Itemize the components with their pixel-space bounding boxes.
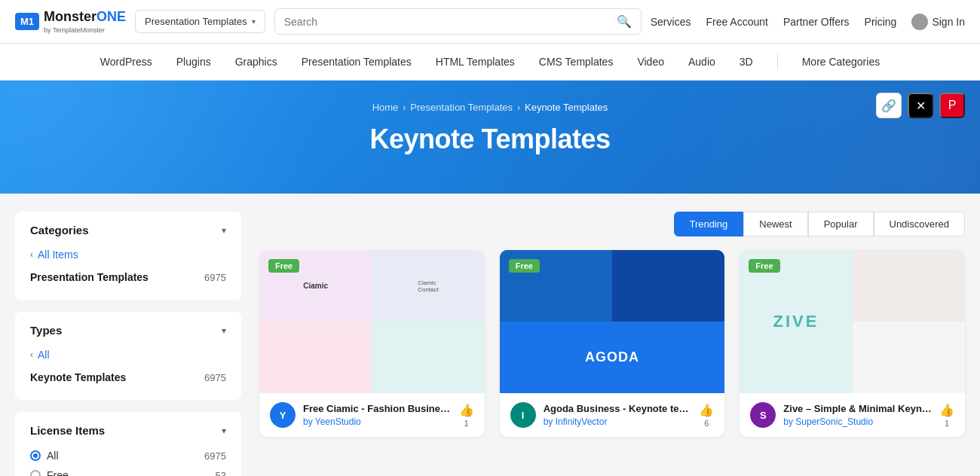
sort-undiscovered-button[interactable]: Undiscovered (874, 212, 966, 236)
like-count-3: 1 (945, 419, 949, 428)
nav-more-categories[interactable]: More Categories (802, 56, 880, 68)
search-input[interactable] (284, 16, 611, 28)
sidebar-item-presentation-templates[interactable]: Presentation Templates 6975 (30, 267, 226, 288)
sort-popular-button[interactable]: Popular (808, 212, 874, 236)
user-icon (911, 14, 928, 30)
share-x-button[interactable]: ✕ (908, 93, 933, 118)
hero-banner: 🔗 ✕ P Home › Presentation Templates › Ke… (0, 81, 980, 194)
card-avatar-2: I (510, 402, 536, 428)
template-card-3[interactable]: ZIVE Free S Zive – Simple & Minimal Keyn… (740, 250, 965, 437)
nav-presentation-templates[interactable]: Presentation Templates (302, 56, 412, 68)
license-free-label: Free (47, 469, 210, 476)
nav-3d[interactable]: 3D (740, 56, 753, 68)
like-icon-1: 👍 (459, 403, 474, 417)
card-like-1: 👍 1 (459, 403, 474, 428)
free-badge-1: Free (268, 259, 299, 273)
free-account-link[interactable]: Free Account (706, 16, 768, 28)
sort-newest-button[interactable]: Newest (743, 212, 807, 236)
breadcrumb-current: Keynote Templates (525, 102, 608, 113)
template-type-dropdown[interactable]: Presentation Templates ▾ (135, 10, 265, 33)
all-items-label: All Items (38, 249, 78, 261)
types-title: Types (30, 324, 62, 337)
categories-header[interactable]: Categories ▾ (30, 224, 226, 236)
license-all-item[interactable]: All 6975 (30, 446, 226, 465)
card-author-1: by YeenStudio (303, 416, 452, 427)
breadcrumb: Home › Presentation Templates › Keynote … (15, 102, 965, 113)
breadcrumb-sep-1: › (403, 102, 406, 113)
partner-offers-link[interactable]: Partner Offers (783, 16, 850, 28)
card-thumbnail-2: AGODA Free (500, 250, 725, 393)
types-header[interactable]: Types ▾ (30, 324, 226, 337)
free-badge-3: Free (749, 259, 779, 273)
sidebar: Categories ▾ ‹ All Items Presentation Te… (15, 212, 241, 476)
card-info-3: S Zive – Simple & Minimal Keynote by Sup… (740, 393, 965, 437)
license-all-count: 6975 (204, 450, 226, 462)
nav-separator (777, 54, 778, 69)
sign-in-link[interactable]: Sign In (911, 14, 965, 30)
sidebar-item-keynote-templates[interactable]: Keynote Templates 6975 (30, 367, 226, 388)
logo: M1 MonsterONE by TemplateMonster (15, 9, 126, 34)
template-card-2[interactable]: AGODA Free I Agoda Business - Keynote te… (500, 250, 725, 437)
card-avatar-3: S (750, 402, 776, 428)
pricing-link[interactable]: Pricing (865, 16, 897, 28)
types-item-count: 6975 (204, 372, 226, 383)
card-meta-2: Agoda Business - Keynote tem... by Infin… (544, 403, 692, 428)
nav-audio[interactable]: Audio (688, 56, 715, 68)
like-icon-3: 👍 (939, 403, 954, 417)
license-chevron-icon: ▾ (222, 426, 226, 436)
template-card-1[interactable]: Ciamic CiamicContact Free Y (259, 250, 485, 437)
nav-cms-templates[interactable]: CMS Templates (539, 56, 614, 68)
card-author-3: by SuperSonic_Studio (783, 416, 932, 427)
breadcrumb-home[interactable]: Home (372, 102, 399, 113)
card-info-2: I Agoda Business - Keynote tem... by Inf… (500, 393, 725, 437)
chevron-down-icon: ▾ (252, 17, 256, 26)
license-header[interactable]: License Items ▾ (30, 424, 226, 437)
breadcrumb-presentation-templates[interactable]: Presentation Templates (410, 102, 513, 113)
template-grid: Ciamic CiamicContact Free Y (259, 250, 965, 437)
license-free-item[interactable]: Free 53 (30, 465, 226, 476)
header-nav: Services Free Account Partner Offers Pri… (651, 14, 965, 30)
nav-graphics[interactable]: Graphics (235, 56, 277, 68)
nav-video[interactable]: Video (637, 56, 664, 68)
free-badge-2: Free (509, 259, 540, 273)
sidebar-item-label: Presentation Templates (30, 271, 149, 283)
like-count-2: 6 (704, 419, 709, 428)
dropdown-label: Presentation Templates (145, 16, 247, 27)
nav-wordpress[interactable]: WordPress (100, 56, 152, 68)
like-count-1: 1 (464, 419, 469, 428)
card-avatar-1: Y (270, 402, 296, 428)
share-icons: 🔗 ✕ P (876, 93, 965, 118)
categories-section: Categories ▾ ‹ All Items Presentation Te… (15, 212, 241, 300)
license-section: License Items ▾ All 6975 Free 53 (15, 412, 241, 476)
card-author-2: by InfinityVector (544, 416, 692, 427)
sort-trending-button[interactable]: Trending (674, 212, 744, 236)
types-chevron-icon: ▾ (222, 325, 226, 336)
page-title: Keynote Templates (15, 124, 965, 155)
license-title: License Items (30, 424, 105, 437)
all-items-row[interactable]: ‹ All Items (30, 246, 226, 267)
avatar-inner-3: S (750, 402, 776, 428)
header: M1 MonsterONE by TemplateMonster Present… (0, 0, 980, 44)
services-link[interactable]: Services (651, 16, 691, 28)
nav-plugins[interactable]: Plugins (176, 56, 211, 68)
logo-icon: M1 (15, 13, 39, 30)
types-back-arrow-icon: ‹ (30, 349, 33, 360)
card-thumbnail-1: Ciamic CiamicContact Free (259, 250, 485, 393)
sidebar-item-count: 6975 (204, 272, 226, 283)
card-like-2: 👍 6 (699, 403, 714, 428)
search-icon: 🔍 (617, 14, 632, 29)
share-pinterest-button[interactable]: P (939, 93, 965, 118)
license-all-label: All (47, 450, 198, 462)
sort-bar: Trending Newest Popular Undiscovered (259, 212, 965, 236)
radio-free-icon (30, 470, 41, 476)
logo-text: MonsterONE by TemplateMonster (44, 9, 126, 34)
categories-chevron-icon: ▾ (222, 225, 226, 236)
card-info-1: Y Free Ciamic - Fashion Business... by Y… (259, 393, 485, 437)
logo-sub: by TemplateMonster (44, 26, 126, 34)
share-link-button[interactable]: 🔗 (876, 93, 902, 118)
types-all-label: All (38, 349, 50, 361)
card-meta-3: Zive – Simple & Minimal Keynote by Super… (783, 403, 932, 428)
nav-html-templates[interactable]: HTML Templates (436, 56, 515, 68)
types-all-row[interactable]: ‹ All (30, 346, 226, 367)
avatar-inner-1: Y (270, 402, 296, 428)
